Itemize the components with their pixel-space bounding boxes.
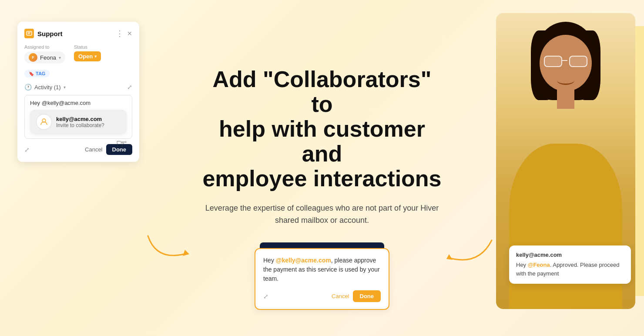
support-title-row: Support bbox=[24, 29, 63, 38]
rc-highlighted-name: @Feona bbox=[528, 262, 550, 268]
rc-text-prefix: Hey bbox=[516, 262, 528, 268]
activity-text: Activity (1) bbox=[34, 84, 61, 91]
message-input-area: Hey @kelly@acme.com kelly@acme.com Invit… bbox=[24, 95, 132, 139]
svg-marker-2 bbox=[183, 250, 189, 256]
mc-footer-actions: Cancel Done bbox=[332, 290, 381, 302]
mc-text-prefix: Hey bbox=[263, 257, 276, 264]
svg-rect-0 bbox=[27, 31, 32, 35]
sub-text: Leverage the expertise of colleagues who… bbox=[200, 202, 444, 227]
close-icon[interactable]: ✕ bbox=[127, 30, 132, 37]
collab-info: kelly@acme.com Invite to collaborate? bbox=[56, 116, 104, 128]
right-arrow-icon bbox=[439, 232, 496, 275]
support-card-title: Support bbox=[37, 30, 63, 37]
svg-marker-3 bbox=[446, 254, 453, 260]
tag-row: 🔖 TAG bbox=[24, 70, 132, 77]
message-text: Hey @kelly@acme.com bbox=[30, 100, 127, 106]
response-card-text: Hey @Feona. Approved. Please proceed wit… bbox=[516, 261, 624, 278]
status-chevron: ▾ bbox=[94, 54, 97, 59]
left-panel: Support ⋮ ✕ Assigned to F Feona ▾ bbox=[17, 22, 139, 162]
tag-icon: 🔖 bbox=[29, 71, 34, 76]
status-chip[interactable]: Open ▾ bbox=[74, 51, 101, 61]
collab-avatar bbox=[36, 114, 52, 130]
collab-email: kelly@acme.com bbox=[56, 116, 104, 122]
tag-label: TAG bbox=[36, 71, 45, 76]
collaborate-popup: kelly@acme.com Invite to collaborate? bbox=[30, 110, 127, 134]
status-group: Status Open ▾ bbox=[74, 44, 101, 64]
assignee-chip[interactable]: F Feona ▾ bbox=[24, 51, 65, 64]
message-card: Hey @kelly@acme.com, please approve the … bbox=[255, 248, 389, 310]
mc-cancel-button[interactable]: Cancel bbox=[332, 293, 349, 299]
mc-expand-icon[interactable]: ⤢ bbox=[263, 293, 268, 300]
assigned-row: Assigned to F Feona ▾ Status Open ▾ bbox=[24, 44, 132, 64]
activity-row: 🕐 Activity (1) ▾ ⤢ bbox=[24, 84, 132, 91]
middle-bottom-card: Hey @kelly@acme.com, please approve the … bbox=[255, 248, 389, 310]
tag-badge[interactable]: 🔖 TAG bbox=[24, 70, 50, 77]
message-card-footer: ⤢ Cancel Done bbox=[263, 290, 381, 302]
right-panel: kelly@acme.com Hey @Feona. Approved. Ple… bbox=[479, 0, 644, 336]
message-card-text: Hey @kelly@acme.com, please approve the … bbox=[263, 256, 381, 283]
activity-icon: 🕐 bbox=[24, 84, 32, 91]
mc-highlighted-email: @kelly@acme.com bbox=[276, 257, 331, 264]
expand-footer-icon[interactable]: ⤢ bbox=[24, 146, 30, 153]
response-card-email: kelly@acme.com bbox=[516, 252, 624, 258]
page-wrapper: Add "Collaborators" to help with custome… bbox=[0, 0, 644, 336]
card-actions: ⋮ ✕ bbox=[116, 29, 132, 38]
assigned-to-group: Assigned to F Feona ▾ bbox=[24, 44, 65, 64]
collab-invite: Invite to collaborate? bbox=[56, 122, 104, 128]
support-card-header: Support ⋮ ✕ bbox=[24, 29, 132, 38]
assignee-avatar: F bbox=[29, 53, 37, 62]
assigned-to-label: Assigned to bbox=[24, 44, 65, 50]
activity-label: 🕐 Activity (1) ▾ bbox=[24, 84, 66, 91]
status-value: Open bbox=[78, 53, 93, 60]
expand-icon[interactable]: ⤢ bbox=[127, 84, 132, 91]
center-content: Add "Collaborators" to help with custome… bbox=[200, 67, 444, 269]
left-arrow-icon bbox=[144, 227, 196, 266]
mc-done-button[interactable]: Done bbox=[353, 290, 381, 302]
support-icon bbox=[24, 29, 34, 38]
main-heading: Add "Collaborators" to help with custome… bbox=[200, 67, 444, 192]
activity-chevron: ▾ bbox=[64, 85, 66, 90]
more-icon[interactable]: ⋮ bbox=[116, 29, 124, 38]
assignee-name: Feona bbox=[40, 54, 56, 61]
cancel-button[interactable]: Cancel bbox=[85, 144, 102, 155]
response-card: kelly@acme.com Hey @Feona. Approved. Ple… bbox=[509, 245, 631, 284]
support-card: Support ⋮ ✕ Assigned to F Feona ▾ bbox=[17, 22, 139, 162]
cursor-hand-icon: ☞ bbox=[116, 136, 127, 151]
status-label: Status bbox=[74, 44, 101, 50]
assignee-chevron: ▾ bbox=[59, 55, 61, 60]
